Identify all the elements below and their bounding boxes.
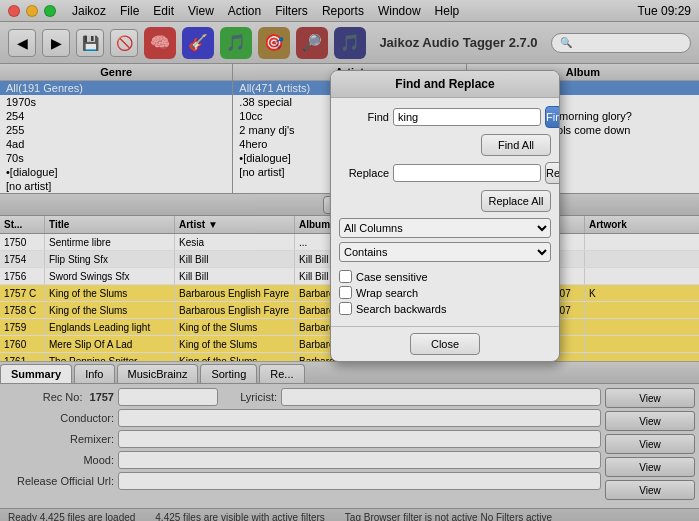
wrap-search-checkbox[interactable] — [339, 286, 352, 299]
replace-button[interactable]: Replace — [545, 162, 560, 184]
find-all-button[interactable]: Find All — [481, 134, 551, 156]
dialog-body: Find Find Find All Replace Replace Repla… — [331, 98, 559, 326]
search-backwards-label: Search backwards — [356, 303, 447, 315]
find-replace-dialog: Find and Replace Find Find Find All Repl… — [330, 70, 560, 362]
wrap-search-row: Wrap search — [339, 286, 551, 299]
wrap-search-label: Wrap search — [356, 287, 418, 299]
find-button[interactable]: Find — [545, 106, 560, 128]
scope-select[interactable]: All Columns — [339, 218, 551, 238]
close-button[interactable]: Close — [410, 333, 480, 355]
dialog-title: Find and Replace — [331, 71, 559, 98]
case-sensitive-row: Case sensitive — [339, 270, 551, 283]
replace-row: Replace Replace — [339, 162, 551, 184]
find-input[interactable] — [393, 108, 541, 126]
case-sensitive-checkbox[interactable] — [339, 270, 352, 283]
replace-all-row: Replace All — [339, 190, 551, 212]
dialog-footer: Close — [331, 326, 559, 361]
find-all-row: Find All — [339, 134, 551, 156]
case-sensitive-label: Case sensitive — [356, 271, 428, 283]
search-backwards-row: Search backwards — [339, 302, 551, 315]
find-label: Find — [339, 111, 389, 123]
find-row: Find Find — [339, 106, 551, 128]
search-backwards-checkbox[interactable] — [339, 302, 352, 315]
replace-all-button[interactable]: Replace All — [481, 190, 551, 212]
match-select[interactable]: Contains — [339, 242, 551, 262]
replace-input[interactable] — [393, 164, 541, 182]
dialog-overlay: Find and Replace Find Find Find All Repl… — [0, 0, 699, 521]
replace-label: Replace — [339, 167, 389, 179]
